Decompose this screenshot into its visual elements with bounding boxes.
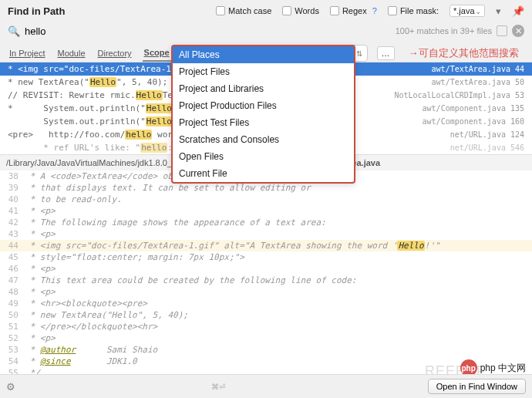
file-mask-checkbox[interactable]: File mask:: [388, 6, 439, 15]
header-bar: Find in Path Match case Words Regex ? Fi…: [0, 0, 532, 22]
footer-bar: ⚙ ⌘⏎ Open in Find Window: [0, 374, 532, 398]
scope-option[interactable]: Project and Libraries: [173, 80, 354, 97]
gear-icon[interactable]: ⚙: [6, 381, 15, 393]
scope-browse-button[interactable]: …: [377, 46, 395, 60]
scope-option[interactable]: Project Files: [173, 63, 354, 80]
filter-icon[interactable]: ▾: [496, 5, 501, 17]
code-line: 44 * <img src="doc-files/TextArea-1.gif"…: [0, 240, 532, 251]
scope-option[interactable]: All Places: [173, 46, 354, 63]
words-checkbox[interactable]: Words: [282, 6, 319, 15]
regex-help-icon: ?: [370, 6, 377, 15]
search-row: 🔍 100+ matches in 39+ files ✕: [0, 22, 532, 42]
code-line: 42 * The following image shows the appea…: [0, 217, 532, 228]
code-line: 43 * <p>: [0, 228, 532, 240]
scope-option[interactable]: Current File: [173, 165, 354, 182]
annotation-note: →可自定义其他范围搜索: [409, 46, 519, 60]
scope-option[interactable]: Scratches and Consoles: [173, 131, 354, 148]
clear-icon[interactable]: ✕: [512, 25, 524, 37]
tab-module[interactable]: Module: [56, 46, 86, 61]
scope-dropdown: All PlacesProject FilesProject and Libra…: [171, 45, 355, 184]
scope-option[interactable]: Open Files: [173, 148, 354, 165]
file-mask-select[interactable]: *.java⌄: [450, 5, 485, 17]
code-line: 51 * </pre></blockquote><hr>: [0, 321, 532, 332]
chevron-down-icon: ⌄: [475, 7, 481, 15]
search-input[interactable]: [25, 25, 391, 37]
shortcut-hint: ⌘⏎: [211, 383, 225, 391]
tab-directory[interactable]: Directory: [96, 46, 133, 61]
dialog-title: Find in Path: [8, 5, 65, 17]
code-line: 52 * <p>: [0, 332, 532, 344]
code-line: 47 * This text area could be created by …: [0, 275, 532, 286]
code-line: 46 * <p>: [0, 263, 532, 275]
code-line: 39 * that displays text. It can be set t…: [0, 182, 532, 194]
match-case-checkbox[interactable]: Match case: [216, 6, 271, 15]
more-options-icon[interactable]: [497, 25, 507, 36]
chevron-updown-icon: ⇅: [356, 49, 362, 58]
code-line: 41 * <p>: [0, 205, 532, 217]
tab-scope[interactable]: Scope: [143, 45, 171, 62]
tab-in-project[interactable]: In Project: [8, 46, 46, 61]
code-preview: 38 * A <code>TextArea</code> object is a…: [0, 170, 532, 390]
scope-option[interactable]: Project Test Files: [173, 114, 354, 131]
code-line: 50 * new TextArea("Hello", 5, 40);: [0, 309, 532, 321]
pin-icon[interactable]: 📌: [512, 5, 524, 17]
code-line: 48 * <p>: [0, 286, 532, 298]
match-count: 100+ matches in 39+ files: [396, 26, 492, 35]
code-line: 53 * @author Sami Shaio: [0, 344, 532, 356]
search-icon: 🔍: [8, 25, 20, 37]
code-line: 40 * to be read-only.: [0, 194, 532, 205]
regex-checkbox[interactable]: Regex ?: [330, 6, 377, 15]
scope-option[interactable]: Project Production Files: [173, 97, 354, 114]
open-in-find-window-button[interactable]: Open in Find Window: [428, 379, 526, 394]
code-line: 45 * style="float:center; margin: 7px 10…: [0, 251, 532, 263]
code-line: 49 * <hr><blockquote><pre>: [0, 298, 532, 309]
code-line: 54 * @since JDK1.0: [0, 356, 532, 367]
